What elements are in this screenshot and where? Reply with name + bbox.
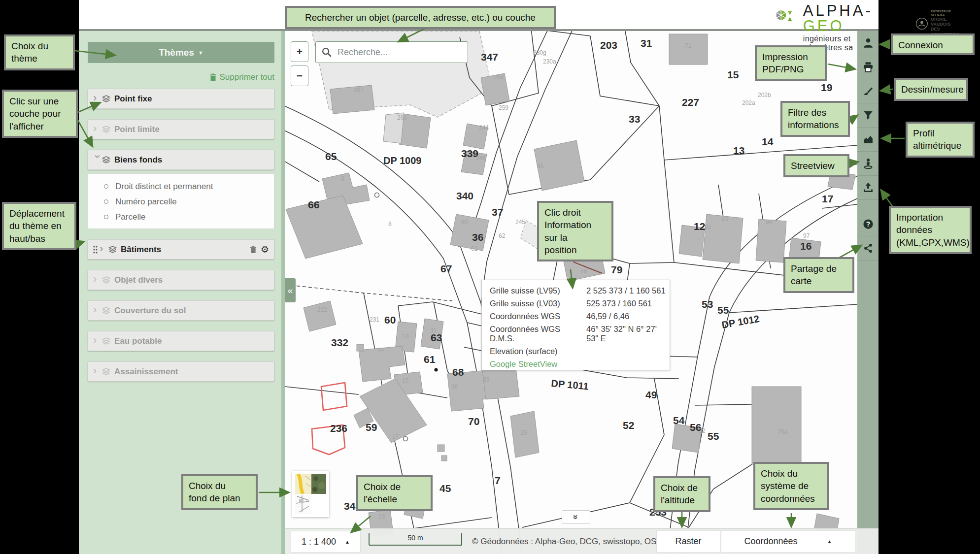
layer-row-couverture-du-sol[interactable]: ›Couverture du sol bbox=[88, 300, 274, 321]
layer-row-assainissement[interactable]: ›Assainissement bbox=[88, 361, 274, 382]
coordinate-system-select[interactable]: Coordonnées▲ bbox=[721, 530, 855, 553]
themes-dropdown[interactable]: Thèmes▼ bbox=[88, 42, 274, 63]
map-label: 49 bbox=[645, 389, 657, 400]
search-box bbox=[315, 41, 468, 63]
layer-list: ›Point fixe›Point limite›Biens fondsDroi… bbox=[88, 89, 274, 392]
drag-handle-icon bbox=[93, 246, 98, 254]
sublayer-parcelle[interactable]: Parcelle bbox=[88, 209, 274, 225]
callout-line: fond de plan bbox=[189, 492, 250, 504]
map-label: 203 bbox=[600, 39, 617, 51]
basemap-switcher[interactable] bbox=[292, 471, 329, 517]
popup-row: Grille suisse (LV95)2 525 373 / 1 160 56… bbox=[490, 286, 670, 295]
callout-line: Choix de bbox=[661, 482, 703, 494]
draw-measure-button[interactable] bbox=[857, 79, 879, 103]
map-label: 37 bbox=[492, 206, 503, 218]
elevation-source-select[interactable]: Raster bbox=[656, 530, 720, 553]
chevron-icon[interactable]: › bbox=[93, 304, 102, 315]
layer-row-biens-fonds[interactable]: ›Biens fonds bbox=[88, 150, 274, 170]
filter-info-button[interactable] bbox=[857, 103, 879, 128]
import-data-button[interactable] bbox=[857, 176, 879, 200]
callout-line: Partage de bbox=[791, 262, 847, 275]
callout-line: haut/bas bbox=[9, 232, 69, 245]
zoom-in-button[interactable]: + bbox=[291, 41, 308, 62]
layer-row-point-fixe[interactable]: ›Point fixe bbox=[88, 89, 274, 109]
map-label: 202a bbox=[742, 99, 755, 106]
map-label: 14 bbox=[762, 136, 774, 147]
layer-row-b-timents[interactable]: ›Bâtiments⚙ bbox=[88, 239, 274, 260]
map-label: 62 bbox=[499, 232, 506, 239]
map-label: 54 bbox=[673, 415, 685, 426]
sublayer-droit-distinct-et-permanent[interactable]: Droit distinct et permanent bbox=[88, 179, 274, 194]
trash-icon[interactable] bbox=[250, 246, 257, 254]
print-button[interactable] bbox=[857, 55, 879, 79]
layer-row-point-limite[interactable]: ›Point limite bbox=[88, 119, 274, 139]
map-label: DP 1011 bbox=[551, 378, 589, 392]
map-label: 25 bbox=[520, 429, 527, 436]
callout-line: l'afficher bbox=[9, 120, 70, 132]
login-button[interactable] bbox=[857, 31, 879, 55]
scale-select[interactable]: 1 : 1 400▲ bbox=[291, 531, 361, 553]
search-icon bbox=[322, 47, 332, 57]
map-label: 68 bbox=[452, 366, 464, 378]
callout-streetview: Streetview bbox=[783, 154, 849, 177]
share-map-button[interactable] bbox=[857, 236, 879, 261]
map-label: 3 bbox=[341, 175, 344, 182]
map-label: 79a bbox=[777, 428, 787, 435]
layer-row-objet-divers[interactable]: ›Objet divers bbox=[88, 270, 274, 290]
callout-coord-system-choice: Choix dusystème decoordonnées bbox=[753, 462, 829, 510]
map-label: 79 bbox=[611, 264, 622, 275]
brush-icon bbox=[863, 86, 874, 97]
chevron-icon[interactable]: › bbox=[92, 155, 103, 163]
map-label: 259 bbox=[499, 104, 508, 111]
sublayer-num-ro-parcelle[interactable]: Numéro parcelle bbox=[88, 194, 274, 209]
search-input[interactable] bbox=[337, 47, 457, 58]
callout-line: sur la bbox=[544, 231, 606, 244]
chevron-icon[interactable]: › bbox=[93, 123, 102, 134]
sidebar-collapse-button[interactable]: « bbox=[285, 278, 296, 302]
streetview-button[interactable] bbox=[857, 152, 879, 176]
chevron-icon[interactable]: › bbox=[93, 335, 102, 346]
callout-basemap-choice: Choix dufond de plan bbox=[181, 474, 258, 510]
chevron-down-icon: ▼ bbox=[198, 50, 203, 56]
chevron-icon[interactable]: › bbox=[100, 243, 108, 254]
map-label: 53 bbox=[702, 298, 713, 310]
bottom-panel-expand-button[interactable]: » bbox=[562, 510, 590, 524]
callout-line: système de bbox=[761, 480, 822, 492]
chevron-icon[interactable]: › bbox=[93, 93, 102, 103]
callout-line: Choix du bbox=[189, 480, 250, 492]
callout-line: (KML,GPX,WMS) bbox=[896, 236, 964, 249]
map-label: 8 bbox=[388, 221, 392, 228]
layer-label: Couverture du sol bbox=[114, 306, 269, 316]
callout-line: Choix du bbox=[761, 467, 822, 480]
map-label: 52 bbox=[623, 420, 634, 431]
map-label: 60 bbox=[384, 314, 396, 326]
svg-text:?: ? bbox=[866, 221, 870, 228]
callout-layer-click: Clic sur unecouche pourl'afficher bbox=[2, 90, 78, 138]
logo-hexagon-icon bbox=[773, 3, 798, 28]
map-label: 94 bbox=[766, 219, 773, 226]
callout-line: PDF/PNG bbox=[762, 63, 819, 75]
chevron-icon[interactable]: › bbox=[93, 365, 102, 376]
callout-share-map: Partage decarte bbox=[783, 257, 854, 293]
layers-icon bbox=[108, 246, 117, 253]
callout-line: Clic sur une bbox=[9, 95, 70, 107]
callout-line: Rechercher un objet (parcelle, adresse, … bbox=[292, 11, 548, 24]
layers-icon bbox=[102, 307, 110, 314]
zoom-out-button[interactable]: − bbox=[291, 65, 308, 86]
help-button[interactable]: ? bbox=[857, 212, 879, 236]
clear-all-button[interactable]: Supprimer tout bbox=[88, 72, 274, 82]
chevron-icon[interactable]: › bbox=[93, 274, 102, 285]
elevation-profile-button[interactable] bbox=[857, 128, 879, 152]
bottom-bar: 1 : 1 400▲ 50 m © Géodonnées : Alpha-Geo… bbox=[285, 528, 879, 554]
callout-filter: Filtre desinformations bbox=[780, 101, 850, 137]
toolbar-spacer bbox=[857, 200, 879, 212]
layer-row-eau-potable[interactable]: ›Eau potable bbox=[88, 331, 274, 351]
map-label: 332 bbox=[331, 337, 348, 348]
map-label: 97 bbox=[803, 232, 810, 239]
gear-icon[interactable]: ⚙ bbox=[261, 245, 269, 254]
map-label: 7 bbox=[495, 475, 501, 486]
callout-line: coordonnées bbox=[761, 492, 822, 505]
layer-label: Point fixe bbox=[114, 94, 269, 104]
callout-line: Filtre des bbox=[788, 106, 843, 119]
google-streetview-link[interactable]: Google StreetView bbox=[490, 359, 670, 369]
